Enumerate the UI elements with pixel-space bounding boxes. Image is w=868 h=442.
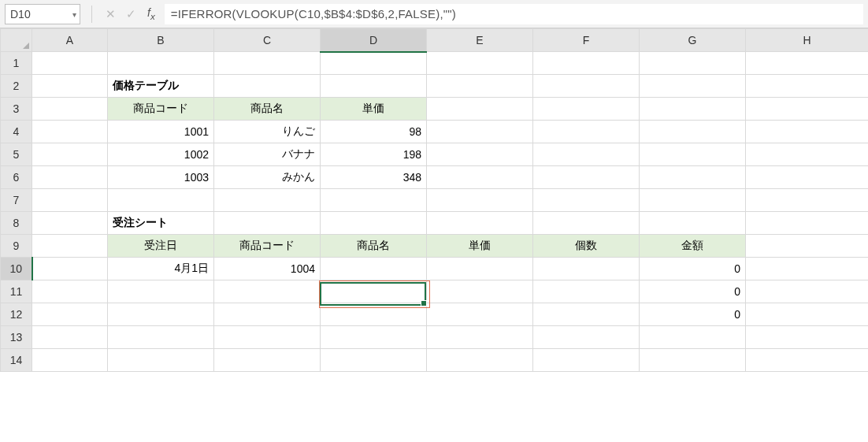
cell-H7[interactable] <box>746 189 869 212</box>
cell-A14[interactable] <box>32 349 108 372</box>
cell-H12[interactable] <box>746 303 869 326</box>
cell-H11[interactable] <box>746 280 869 303</box>
cell-F6[interactable] <box>533 166 640 189</box>
cell-A4[interactable] <box>32 121 108 143</box>
cell-F5[interactable] <box>533 143 640 166</box>
fx-icon[interactable]: fx <box>144 6 158 21</box>
select-all-corner[interactable] <box>1 29 32 52</box>
formula-bar[interactable]: =IFERROR(VLOOKUP(C10,$B$4:$D$6,2,FALSE),… <box>165 4 863 24</box>
cell-B10[interactable]: 4月1日 <box>108 258 214 280</box>
cell-H8[interactable] <box>746 212 869 235</box>
cell-F4[interactable] <box>533 121 640 143</box>
confirm-icon[interactable]: ✓ <box>124 7 138 21</box>
row-10[interactable]: 10 <box>1 258 32 280</box>
cell-E13[interactable] <box>427 326 533 349</box>
cell-A2[interactable] <box>32 75 108 98</box>
cell-D8[interactable] <box>321 212 427 235</box>
cell-D12[interactable] <box>321 303 427 326</box>
cell-E14[interactable] <box>427 349 533 372</box>
cell-A12[interactable] <box>32 303 108 326</box>
cell-A3[interactable] <box>32 98 108 121</box>
cell-C10[interactable]: 1004 <box>214 258 321 280</box>
cell-C8[interactable] <box>214 212 321 235</box>
cell-F1[interactable] <box>533 52 640 75</box>
cell-G13[interactable] <box>640 326 746 349</box>
cell-E1[interactable] <box>427 52 533 75</box>
cell-B6[interactable]: 1003 <box>108 166 214 189</box>
cell-H14[interactable] <box>746 349 869 372</box>
cell-A13[interactable] <box>32 326 108 349</box>
cell-C13[interactable] <box>214 326 321 349</box>
cell-A1[interactable] <box>32 52 108 75</box>
cell-G8[interactable] <box>640 212 746 235</box>
row-13[interactable]: 13 <box>1 326 32 349</box>
col-G[interactable]: G <box>640 29 746 52</box>
cell-G1[interactable] <box>640 52 746 75</box>
col-A[interactable]: A <box>32 29 108 52</box>
cell-E4[interactable] <box>427 121 533 143</box>
cell-D3[interactable]: 単価 <box>321 98 427 121</box>
col-E[interactable]: E <box>427 29 533 52</box>
cell-F2[interactable] <box>533 75 640 98</box>
cell-B13[interactable] <box>108 326 214 349</box>
cell-E6[interactable] <box>427 166 533 189</box>
cell-E9[interactable]: 単価 <box>427 235 533 258</box>
cell-G3[interactable] <box>640 98 746 121</box>
cell-B12[interactable] <box>108 303 214 326</box>
row-7[interactable]: 7 <box>1 189 32 212</box>
cell-C14[interactable] <box>214 349 321 372</box>
cell-E2[interactable] <box>427 75 533 98</box>
cell-C5[interactable]: バナナ <box>214 143 321 166</box>
cell-C2[interactable] <box>214 75 321 98</box>
cell-H10[interactable] <box>746 258 869 280</box>
col-H[interactable]: H <box>746 29 869 52</box>
cell-C4[interactable]: りんご <box>214 121 321 143</box>
cell-H5[interactable] <box>746 143 869 166</box>
cell-D10[interactable] <box>321 258 427 280</box>
cell-G4[interactable] <box>640 121 746 143</box>
row-5[interactable]: 5 <box>1 143 32 166</box>
cell-C7[interactable] <box>214 189 321 212</box>
row-1[interactable]: 1 <box>1 52 32 75</box>
cell-E10[interactable] <box>427 258 533 280</box>
cell-B5[interactable]: 1002 <box>108 143 214 166</box>
cell-G10[interactable]: 0 <box>640 258 746 280</box>
cell-G12[interactable]: 0 <box>640 303 746 326</box>
cell-B11[interactable] <box>108 280 214 303</box>
cell-D1[interactable] <box>321 52 427 75</box>
cell-A9[interactable] <box>32 235 108 258</box>
cell-F11[interactable] <box>533 280 640 303</box>
cell-G11[interactable]: 0 <box>640 280 746 303</box>
cell-D13[interactable] <box>321 326 427 349</box>
col-F[interactable]: F <box>533 29 640 52</box>
cell-G9[interactable]: 金額 <box>640 235 746 258</box>
cell-C12[interactable] <box>214 303 321 326</box>
row-4[interactable]: 4 <box>1 121 32 143</box>
cell-D2[interactable] <box>321 75 427 98</box>
cell-A8[interactable] <box>32 212 108 235</box>
row-14[interactable]: 14 <box>1 349 32 372</box>
cell-G6[interactable] <box>640 166 746 189</box>
dropdown-icon[interactable]: ▾ <box>72 9 76 18</box>
row-8[interactable]: 8 <box>1 212 32 235</box>
cell-A6[interactable] <box>32 166 108 189</box>
cell-F12[interactable] <box>533 303 640 326</box>
cell-D5[interactable]: 198 <box>321 143 427 166</box>
cell-H4[interactable] <box>746 121 869 143</box>
cell-B14[interactable] <box>108 349 214 372</box>
cell-E5[interactable] <box>427 143 533 166</box>
cell-B4[interactable]: 1001 <box>108 121 214 143</box>
cell-D9[interactable]: 商品名 <box>321 235 427 258</box>
worksheet[interactable]: A B C D E F G H 1 2 価格テーブル 3 商品コード 商品名 単… <box>0 28 868 372</box>
cell-A11[interactable] <box>32 280 108 303</box>
cell-H9[interactable] <box>746 235 869 258</box>
col-C[interactable]: C <box>214 29 321 52</box>
row-9[interactable]: 9 <box>1 235 32 258</box>
cell-G14[interactable] <box>640 349 746 372</box>
row-12[interactable]: 12 <box>1 303 32 326</box>
cell-H3[interactable] <box>746 98 869 121</box>
cell-D4[interactable]: 98 <box>321 121 427 143</box>
cell-B3[interactable]: 商品コード <box>108 98 214 121</box>
cell-E3[interactable] <box>427 98 533 121</box>
cell-B9[interactable]: 受注日 <box>108 235 214 258</box>
